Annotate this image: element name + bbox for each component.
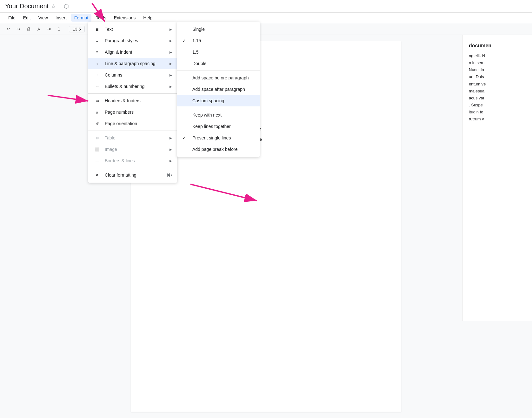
- redo-button[interactable]: ↪: [14, 24, 23, 33]
- comment-button[interactable]: ⊕: [161, 24, 170, 33]
- body-para-3: scelerisque sem hendrerit. Vivamus vel e…: [156, 136, 376, 143]
- spellcheck-button[interactable]: A: [34, 24, 43, 33]
- menu-item-extensions[interactable]: Extensions: [111, 14, 139, 22]
- doc-area: ary ings you add to the document war her…: [0, 35, 532, 418]
- menu-item-tools[interactable]: Tools: [93, 14, 110, 22]
- doc-content: ary ings you add to the document war her…: [156, 64, 376, 142]
- font-size-box[interactable]: 13.5: [69, 26, 85, 32]
- italic-para: ings you add to the document war here.: [156, 81, 376, 94]
- summary-label: ary: [156, 64, 376, 71]
- paint-format-button[interactable]: ⇥: [44, 24, 53, 33]
- right-peek: documen ng elit. N n in sem Nunc tin ue.…: [469, 41, 526, 123]
- underline-button[interactable]: U: [121, 24, 130, 33]
- toolbar: ↩ ↪ ⎙ A ⇥ 1 13.5 + B I U A ✏ 🔗 ⊕: [0, 23, 532, 35]
- menu-bar: File Edit View Insert Format Tools Exten…: [0, 13, 532, 23]
- highlight-button[interactable]: ✏: [141, 24, 150, 33]
- bold-button[interactable]: B: [100, 24, 109, 33]
- peek-bold: documen: [469, 41, 526, 50]
- link-button[interactable]: 🔗: [151, 24, 160, 33]
- menu-item-format[interactable]: Format: [71, 14, 91, 22]
- menu-item-edit[interactable]: Edit: [20, 14, 34, 22]
- menu-item-view[interactable]: View: [35, 14, 51, 22]
- menu-item-file[interactable]: File: [5, 14, 19, 22]
- doc-title: Your Document: [5, 3, 49, 10]
- toolbar-separator-1: [66, 26, 66, 32]
- menu-item-help[interactable]: Help: [140, 14, 156, 22]
- body-para-2: convallis vel lacus at vehicula. Donec e…: [156, 126, 376, 132]
- text-color-button[interactable]: A: [131, 24, 140, 33]
- toolbar-separator-2: [97, 26, 98, 32]
- undo-button[interactable]: ↩: [4, 24, 13, 33]
- doc-page: ary ings you add to the document war her…: [131, 41, 401, 412]
- star-icon[interactable]: ☆: [51, 3, 56, 10]
- font-size-plus[interactable]: +: [86, 24, 95, 33]
- cloud-icon: ⬡: [64, 3, 69, 10]
- title-bar: Your Document ☆ ⬡: [0, 0, 532, 13]
- zoom-button[interactable]: 1: [55, 24, 63, 33]
- menu-item-insert[interactable]: Insert: [52, 14, 70, 22]
- body-para-1: ut malesuada el: [156, 116, 376, 123]
- italic-button[interactable]: I: [110, 24, 119, 33]
- print-button[interactable]: ⎙: [24, 24, 33, 33]
